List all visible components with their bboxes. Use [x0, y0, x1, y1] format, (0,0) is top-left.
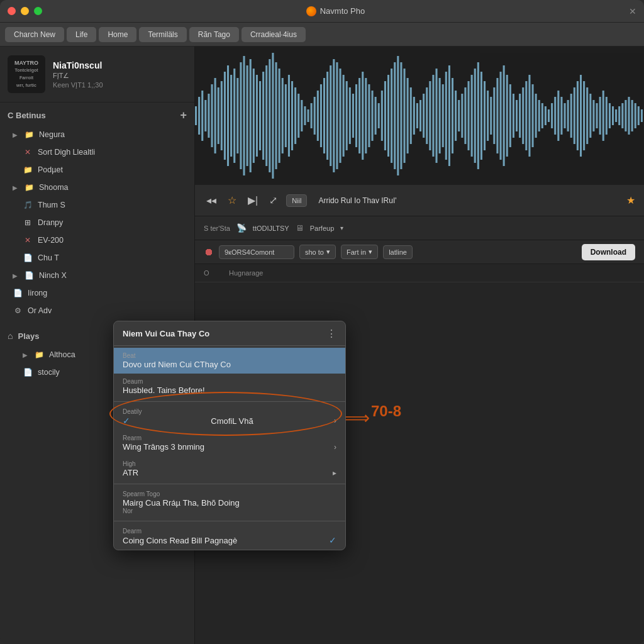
minimize-button[interactable]	[21, 7, 29, 15]
mode-badge[interactable]: Niil	[286, 194, 307, 207]
svg-rect-120	[577, 81, 579, 150]
context-menu-item-deaum[interactable]: Deaum Husbled. Tains Before!	[114, 374, 345, 399]
svg-rect-89	[477, 62, 479, 169]
item-label: Rearm	[123, 435, 336, 441]
svg-rect-88	[474, 69, 476, 163]
item-row: ✓ CmofiL Vhã ›	[123, 416, 336, 426]
context-menu[interactable]: Niem Vui Cua Thay Co ⋮ Beat Dovo urd Nie…	[113, 321, 346, 550]
context-menu-item-coing[interactable]: Dearm Coing Cions Read Bill Pagnagè ✓	[114, 523, 345, 550]
svg-rect-28	[282, 78, 284, 153]
svg-rect-25	[272, 53, 274, 179]
current-track-name: Arrido Rul Io Thav IRuI'	[318, 196, 620, 205]
sidebar-item-iirong[interactable]: 📄 Iirong	[0, 284, 194, 302]
sidebar-item-ninch[interactable]: ▶ 📄 Ninch X	[0, 267, 194, 284]
context-menu-item-spearm[interactable]: Spearm Togo Mairg Cua Rráµ Tha, Bhõ Doin…	[114, 486, 345, 519]
svg-rect-94	[493, 87, 495, 144]
sidebar-item-sort[interactable]: ✕ Sort Digh Llealtli	[0, 143, 194, 161]
x-icon: ✕	[23, 235, 33, 245]
maximize-button[interactable]	[34, 7, 42, 15]
item-value: Mairg Cua Rráµ Tha, Bhõ Doing	[123, 498, 336, 508]
add-section-button[interactable]: +	[180, 109, 187, 122]
sidebar-item-negura[interactable]: ▶ 📁 Negura	[0, 126, 194, 143]
col-o: O	[204, 269, 229, 277]
svg-rect-70	[416, 103, 418, 128]
rewind-button[interactable]: ◂◂	[204, 192, 219, 209]
track-header: MAYTRO Tontcleigot Farroit wrr, furtic N…	[0, 47, 194, 103]
download-button[interactable]: Download	[582, 244, 635, 260]
expand-button[interactable]: ⤢	[267, 192, 280, 209]
svg-rect-12	[230, 75, 232, 157]
next-button[interactable]: ▶|	[245, 192, 260, 209]
svg-rect-62	[391, 69, 392, 163]
tab-crradieal[interactable]: Crradieal·4ius	[242, 27, 306, 42]
sidebar-item-shooma[interactable]: ▶ 📁 Shooma	[0, 179, 194, 196]
album-art-text: MAYTRO Tontcleigot Farroit wrr, furtic	[10, 60, 43, 89]
fart-in-dropdown[interactable]: Fart in ▾	[341, 245, 378, 259]
context-menu-title: Niem Vui Cua Thay Co	[123, 329, 209, 338]
svg-rect-44	[333, 59, 335, 172]
item-label: Deaum	[123, 378, 336, 385]
svg-rect-127	[599, 97, 601, 135]
item-label: High	[123, 460, 336, 467]
latline-dropdown[interactable]: latline	[383, 245, 413, 259]
item-row: Wing Trângs 3 bnming ›	[123, 442, 336, 452]
favorite-star-icon[interactable]: ★	[626, 194, 635, 206]
svg-rect-58	[378, 103, 380, 128]
svg-rect-36	[308, 109, 309, 122]
context-menu-item-atr[interactable]: High ATR ▸	[114, 456, 345, 482]
file-icon: 📄	[23, 253, 33, 263]
context-menu-item-beat[interactable]: Beat Dovo urd Niem Cui CThay Co	[114, 348, 345, 374]
svg-rect-75	[432, 75, 434, 157]
svg-rect-96	[500, 72, 502, 160]
close-button[interactable]	[8, 7, 16, 15]
svg-rect-10	[224, 72, 226, 160]
monitor-icon: 🖥	[296, 223, 304, 233]
svg-rect-73	[426, 87, 428, 144]
sidebar-item-chu[interactable]: 📄 Chu T	[0, 249, 194, 267]
context-menu-item-wing[interactable]: Rearm Wing Trângs 3 bnming ›	[114, 430, 345, 456]
tab-life[interactable]: Life	[67, 27, 96, 42]
svg-rect-46	[340, 69, 341, 163]
item-label: Sort Digh Llealtli	[38, 148, 95, 157]
sidebar-item-ev200[interactable]: ✕ EV-200	[0, 231, 194, 249]
tab-ran-tago[interactable]: Rãn Tago	[189, 27, 239, 42]
item-label: Althoca	[49, 350, 75, 359]
svg-rect-31	[291, 81, 293, 150]
item-value: Wing Trângs 3 bnming	[123, 442, 204, 452]
svg-rect-41	[323, 78, 325, 153]
svg-rect-57	[375, 97, 377, 135]
svg-rect-65	[400, 62, 402, 169]
window-close-icon[interactable]: ✕	[629, 6, 636, 16]
svg-rect-55	[368, 84, 370, 147]
item-value: CmofiL Vhã	[211, 416, 253, 426]
dropdown-arrow-icon[interactable]: ▾	[340, 225, 343, 231]
svg-rect-14	[236, 78, 238, 153]
svg-rect-9	[221, 81, 223, 150]
tab-charch-new[interactable]: Charch New	[5, 27, 64, 42]
item-label: Dranpy	[38, 218, 63, 227]
chevron-right-icon: ▶	[13, 272, 19, 279]
sho-to-dropdown[interactable]: sho to ▾	[299, 245, 336, 259]
search-input[interactable]	[219, 245, 294, 259]
sidebar-item-dranpy[interactable]: ⊞ Dranpy	[0, 214, 194, 231]
svg-rect-26	[275, 62, 277, 169]
sidebar-item-thum[interactable]: 🎵 Thum S	[0, 196, 194, 214]
section-label: C Betinus	[8, 111, 46, 120]
context-menu-item-cmofil[interactable]: Deatily ✓ CmofiL Vhã ›	[114, 404, 345, 430]
tab-termilals[interactable]: Termiläls	[139, 27, 186, 42]
waveform-area[interactable]	[195, 47, 644, 185]
svg-rect-114	[557, 91, 559, 141]
svg-rect-35	[304, 106, 306, 125]
svg-rect-118	[570, 94, 572, 138]
sidebar-item-podmet[interactable]: 📁 Podµet	[0, 161, 194, 179]
svg-rect-122	[583, 81, 585, 150]
track-subtitle: FĮT∠	[53, 72, 187, 80]
waveform-svg	[195, 47, 644, 185]
filter-row: ⏺ sho to ▾ Fart in ▾ latline Download	[195, 240, 644, 264]
tab-home[interactable]: Home	[99, 27, 136, 42]
checkmark-icon: ✓	[329, 535, 336, 545]
sidebar-item-or-adv[interactable]: ⚙ Or Adv	[0, 302, 194, 319]
titlebar: Navmto Pho ✕	[0, 0, 644, 23]
more-options-icon[interactable]: ⋮	[326, 328, 336, 340]
star-button[interactable]: ☆	[225, 192, 239, 209]
